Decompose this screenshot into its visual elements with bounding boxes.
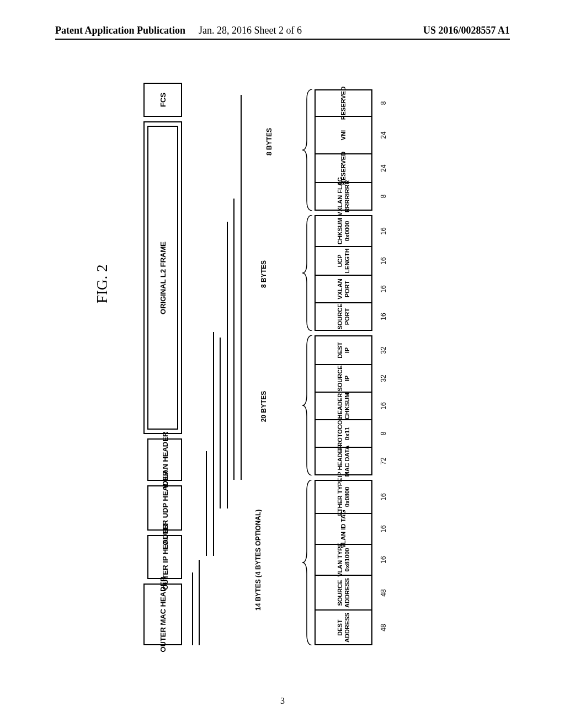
figure-label: FIG. 2 bbox=[94, 264, 111, 303]
bits-value: 16 bbox=[380, 313, 387, 320]
field-vlan-id-tag: VLAN ID TAG bbox=[315, 513, 372, 545]
bits-ucp-length: 16 bbox=[375, 246, 392, 276]
field-name: UCP LENGTH bbox=[336, 248, 350, 273]
field-name: DEST ADDRESS bbox=[336, 613, 350, 643]
bits-value: 8 bbox=[380, 101, 387, 105]
field-dest-ip: DEST IP bbox=[315, 335, 372, 365]
field-name: SOURCE ADDRESS bbox=[336, 578, 350, 608]
segment-vxlan-header: VXLAN HEADER bbox=[147, 438, 182, 481]
bits-chksum: 16 bbox=[375, 215, 392, 247]
field-name: RESERVED bbox=[340, 87, 347, 120]
field-name: RESERVED bbox=[340, 152, 347, 185]
bits-vxlan-port: 16 bbox=[375, 275, 392, 303]
header-center: Jan. 28, 2016 Sheet 2 of 6 bbox=[199, 25, 302, 36]
bits-value: 24 bbox=[380, 164, 387, 172]
bits-vlan-id-tag: 16 bbox=[375, 513, 392, 545]
bits-value: 8 bbox=[380, 432, 387, 436]
bits-value: 16 bbox=[380, 493, 387, 500]
field-ether-type: ETHER TYPE 0x0800 bbox=[315, 480, 372, 514]
brace-outer-mac bbox=[302, 480, 313, 645]
bits-reserved-2: 8 bbox=[375, 89, 392, 117]
brace-outer-ip bbox=[302, 335, 313, 475]
bits-value: 8 bbox=[380, 195, 387, 199]
segment-label: VXLAN HEADER bbox=[161, 431, 169, 488]
field-name: CHKSUM 0x0000 bbox=[336, 218, 350, 244]
bits-ip-header-mac-data: 72 bbox=[375, 447, 392, 475]
header-right: US 2016/0028557 A1 bbox=[423, 25, 510, 36]
bits-value: 32 bbox=[380, 374, 387, 382]
segment-label: ORIGINAL L2 FRAME bbox=[159, 242, 167, 314]
field-name: VNI bbox=[340, 130, 347, 140]
bits-ether-type: 16 bbox=[375, 480, 392, 514]
field-chksum: CHKSUM 0x0000 bbox=[315, 215, 372, 247]
field-ucp-length: UCP LENGTH bbox=[315, 246, 372, 276]
field-name: VXLAN PORT bbox=[336, 279, 350, 299]
bits-vni: 24 bbox=[375, 116, 392, 154]
segment-original-l2-frame: ORIGINAL L2 FRAME bbox=[147, 126, 178, 430]
bits-source-ip: 32 bbox=[375, 364, 392, 393]
bits-value: 16 bbox=[380, 285, 387, 292]
bits-value: 48 bbox=[380, 589, 387, 596]
field-name: SOURCE PORT bbox=[336, 303, 350, 329]
bits-protocol: 8 bbox=[375, 419, 392, 448]
bits-value: 16 bbox=[380, 257, 387, 264]
bits-value: 32 bbox=[380, 346, 387, 354]
bits-source-port: 16 bbox=[375, 302, 392, 331]
bits-value: 16 bbox=[380, 227, 387, 234]
segment-fcs: FCS bbox=[143, 83, 182, 117]
segment-outer-mac-header: OUTER MAC HEADER bbox=[143, 584, 182, 645]
field-header-chksum: HEADER CHKSUM bbox=[315, 392, 372, 420]
bits-value: 16 bbox=[380, 402, 387, 409]
field-vni: VNI bbox=[315, 116, 372, 154]
field-source-port: SOURCE PORT bbox=[315, 302, 372, 331]
bits-header-chksum: 16 bbox=[375, 392, 392, 420]
header-left: Patent Application Publication bbox=[55, 25, 185, 36]
bits-dest-ip: 32 bbox=[375, 335, 392, 365]
field-name: ETHER TYPE 0x0800 bbox=[336, 478, 350, 516]
page-number: 3 bbox=[280, 696, 285, 706]
field-ip-header-mac-data: IP HEADER MAC DATA bbox=[315, 447, 372, 475]
segment-label: FCS bbox=[159, 93, 167, 107]
segment-outer-udp-header: OUTER UDP HEADER bbox=[147, 485, 182, 531]
brace-vxlan bbox=[302, 89, 313, 211]
bits-value: 16 bbox=[380, 525, 387, 532]
field-vlan-type: VLAN TYPE 0x81000 bbox=[315, 544, 372, 576]
field-name: DEST IP bbox=[336, 342, 350, 358]
field-source-address: SOURCE ADDRESS bbox=[315, 575, 372, 611]
field-reserved-1: RESERVED bbox=[315, 153, 372, 183]
field-dest-address: DEST ADDRESS bbox=[315, 609, 372, 645]
field-name: SOURCE IP bbox=[336, 365, 350, 391]
size-label-vxlan: 8 BYTES bbox=[265, 125, 273, 158]
bits-value: 24 bbox=[380, 131, 387, 138]
field-protocol: PROTOCOL 0x11 bbox=[315, 419, 372, 448]
bits-value: 16 bbox=[380, 556, 387, 563]
bits-dest-address: 48 bbox=[375, 609, 392, 645]
bits-reserved-1: 24 bbox=[375, 153, 392, 183]
header-rule bbox=[55, 39, 510, 40]
bits-vlan-type: 16 bbox=[375, 544, 392, 576]
field-source-ip: SOURCE IP bbox=[315, 364, 372, 393]
field-reserved-2: RESERVED bbox=[315, 89, 372, 117]
brace-outer-udp bbox=[302, 215, 313, 331]
bits-source-address: 48 bbox=[375, 575, 392, 611]
field-vxlan-port: VXLAN PORT bbox=[315, 275, 372, 303]
bits-vxlan-flag: 8 bbox=[375, 182, 392, 211]
connector-vxlan: 8 BYTES bbox=[192, 88, 319, 485]
field-vxlan-flag: VXLAN FLAG RRRRIRRR bbox=[315, 182, 372, 211]
field-name: PROTOCOL 0x11 bbox=[336, 416, 350, 451]
figure-2-diagram: FIG. 2 OUTER MAC HEADER OUTER IP HEADER … bbox=[94, 83, 491, 645]
bits-value: 72 bbox=[380, 457, 387, 464]
bits-value: 48 bbox=[380, 624, 387, 631]
field-name: HEADER CHKSUM bbox=[336, 393, 350, 419]
